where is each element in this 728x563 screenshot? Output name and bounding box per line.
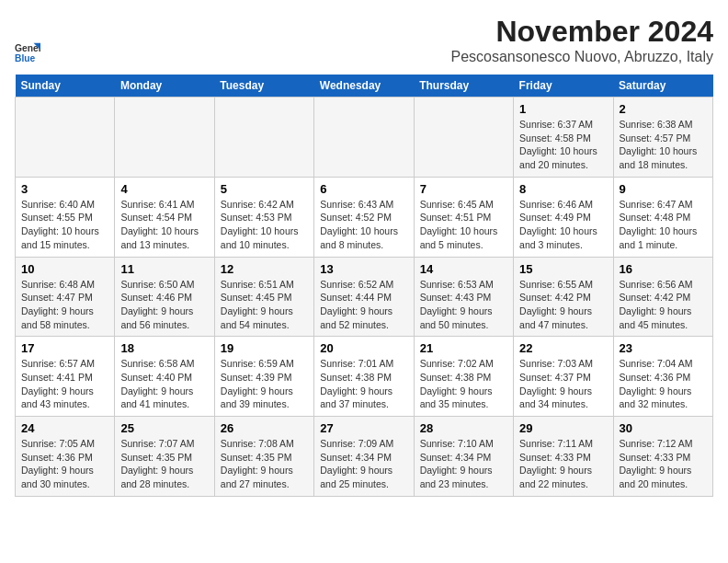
day-info: Daylight: 10 hours and 20 minutes. [519, 144, 607, 171]
day-info: Daylight: 9 hours and 52 minutes. [320, 304, 407, 331]
day-info: Sunrise: 7:10 AM [420, 437, 507, 451]
day-number: 26 [221, 421, 308, 435]
day-info: Sunset: 4:54 PM [120, 211, 208, 224]
day-info: Sunset: 4:46 PM [120, 291, 208, 304]
day-number: 15 [519, 262, 607, 276]
day-number: 3 [21, 182, 108, 196]
day-info: Sunset: 4:40 PM [120, 371, 208, 385]
day-info: Sunset: 4:38 PM [420, 371, 507, 385]
day-info: Daylight: 10 hours and 18 minutes. [620, 144, 707, 171]
day-info: Daylight: 10 hours and 5 minutes. [420, 224, 507, 251]
calendar-cell: 22Sunrise: 7:03 AMSunset: 4:37 PMDayligh… [514, 337, 613, 417]
weekday-header-thursday: Thursday [414, 75, 513, 98]
calendar-cell [314, 98, 414, 178]
calendar-cell: 9Sunrise: 6:47 AMSunset: 4:48 PMDaylight… [613, 177, 712, 257]
calendar-cell: 21Sunrise: 7:02 AMSunset: 4:38 PMDayligh… [414, 337, 513, 417]
day-info: Sunrise: 6:50 AM [120, 278, 208, 292]
day-number: 22 [519, 341, 607, 355]
day-number: 4 [120, 182, 208, 196]
day-info: Daylight: 9 hours and 41 minutes. [120, 385, 208, 411]
calendar-cell: 13Sunrise: 6:52 AMSunset: 4:44 PMDayligh… [314, 257, 414, 337]
calendar-cell: 6Sunrise: 6:43 AMSunset: 4:52 PMDaylight… [314, 177, 414, 257]
day-info: Sunrise: 7:05 AM [21, 437, 108, 451]
day-info: Sunrise: 6:38 AM [620, 118, 707, 132]
day-info: Sunset: 4:49 PM [519, 211, 607, 224]
calendar-cell [16, 98, 115, 178]
calendar-cell [414, 98, 513, 178]
day-info: Daylight: 9 hours and 56 minutes. [120, 304, 208, 331]
day-info: Sunrise: 7:08 AM [221, 437, 308, 451]
day-info: Sunset: 4:42 PM [519, 291, 607, 304]
day-info: Sunrise: 6:52 AM [320, 278, 407, 292]
calendar-cell: 18Sunrise: 6:58 AMSunset: 4:40 PMDayligh… [115, 337, 214, 417]
day-number: 29 [519, 421, 607, 435]
day-info: Daylight: 9 hours and 47 minutes. [519, 304, 607, 331]
day-number: 27 [320, 421, 407, 435]
day-info: Sunset: 4:41 PM [21, 371, 108, 385]
day-number: 24 [21, 421, 108, 435]
day-info: Daylight: 9 hours and 27 minutes. [221, 464, 308, 490]
day-info: Sunset: 4:36 PM [21, 451, 108, 465]
day-info: Daylight: 10 hours and 15 minutes. [21, 224, 108, 251]
logo-icon: General Blue [15, 40, 40, 65]
day-info: Daylight: 9 hours and 30 minutes. [21, 464, 108, 490]
day-number: 9 [620, 182, 707, 196]
calendar-week-5: 24Sunrise: 7:05 AMSunset: 4:36 PMDayligh… [16, 417, 713, 497]
day-number: 11 [120, 262, 208, 276]
day-info: Sunset: 4:38 PM [320, 371, 407, 385]
calendar-cell: 4Sunrise: 6:41 AMSunset: 4:54 PMDaylight… [115, 177, 214, 257]
day-number: 28 [420, 421, 507, 435]
day-info: Sunrise: 6:37 AM [519, 118, 607, 132]
calendar-cell: 28Sunrise: 7:10 AMSunset: 4:34 PMDayligh… [414, 417, 513, 497]
day-info: Sunrise: 6:41 AM [120, 198, 208, 212]
day-info: Daylight: 10 hours and 10 minutes. [221, 224, 308, 251]
weekday-header-saturday: Saturday [613, 75, 712, 98]
day-info: Sunset: 4:37 PM [519, 371, 607, 385]
day-info: Sunrise: 6:59 AM [221, 357, 308, 371]
day-info: Daylight: 9 hours and 45 minutes. [620, 304, 707, 331]
day-info: Sunrise: 6:48 AM [21, 278, 108, 292]
day-info: Daylight: 9 hours and 43 minutes. [21, 385, 108, 411]
calendar-cell: 17Sunrise: 6:57 AMSunset: 4:41 PMDayligh… [16, 337, 115, 417]
calendar-cell: 23Sunrise: 7:04 AMSunset: 4:36 PMDayligh… [613, 337, 712, 417]
day-info: Sunset: 4:36 PM [620, 371, 707, 385]
calendar-cell: 14Sunrise: 6:53 AMSunset: 4:43 PMDayligh… [414, 257, 513, 337]
day-info: Daylight: 9 hours and 32 minutes. [620, 385, 707, 411]
calendar-cell: 8Sunrise: 6:46 AMSunset: 4:49 PMDaylight… [514, 177, 613, 257]
day-info: Sunrise: 7:01 AM [320, 357, 407, 371]
calendar-cell: 30Sunrise: 7:12 AMSunset: 4:33 PMDayligh… [613, 417, 712, 497]
day-info: Sunrise: 6:46 AM [519, 198, 607, 212]
calendar-cell: 2Sunrise: 6:38 AMSunset: 4:57 PMDaylight… [613, 98, 712, 178]
calendar-cell [115, 98, 214, 178]
day-info: Sunrise: 6:45 AM [420, 198, 507, 212]
day-info: Sunrise: 7:03 AM [519, 357, 607, 371]
calendar-week-4: 17Sunrise: 6:57 AMSunset: 4:41 PMDayligh… [16, 337, 713, 417]
day-info: Daylight: 10 hours and 1 minute. [620, 224, 707, 251]
weekday-header-tuesday: Tuesday [214, 75, 313, 98]
calendar-cell: 29Sunrise: 7:11 AMSunset: 4:33 PMDayligh… [514, 417, 613, 497]
day-number: 23 [620, 341, 707, 355]
weekday-header-monday: Monday [115, 75, 214, 98]
svg-text:Blue: Blue [15, 53, 36, 63]
day-info: Daylight: 10 hours and 8 minutes. [320, 224, 407, 251]
calendar-cell: 11Sunrise: 6:50 AMSunset: 4:46 PMDayligh… [115, 257, 214, 337]
day-info: Daylight: 9 hours and 37 minutes. [320, 385, 407, 411]
day-info: Daylight: 9 hours and 50 minutes. [420, 304, 507, 331]
day-info: Sunrise: 6:55 AM [519, 278, 607, 292]
calendar-cell: 12Sunrise: 6:51 AMSunset: 4:45 PMDayligh… [214, 257, 313, 337]
day-info: Daylight: 9 hours and 39 minutes. [221, 385, 308, 411]
day-info: Daylight: 9 hours and 23 minutes. [420, 464, 507, 490]
calendar-cell: 25Sunrise: 7:07 AMSunset: 4:35 PMDayligh… [115, 417, 214, 497]
day-info: Sunset: 4:35 PM [120, 451, 208, 465]
day-info: Sunrise: 6:53 AM [420, 278, 507, 292]
day-info: Sunset: 4:52 PM [320, 211, 407, 224]
day-info: Sunset: 4:45 PM [221, 291, 308, 304]
day-info: Sunset: 4:33 PM [620, 451, 707, 465]
day-info: Sunset: 4:34 PM [320, 451, 407, 465]
day-info: Daylight: 9 hours and 54 minutes. [221, 304, 308, 331]
location-title: Pescosansonesco Nuovo, Abruzzo, Italy [451, 49, 714, 65]
logo: General Blue [15, 40, 42, 65]
day-info: Sunset: 4:33 PM [519, 451, 607, 465]
day-info: Sunset: 4:57 PM [620, 132, 707, 145]
day-info: Sunrise: 6:58 AM [120, 357, 208, 371]
